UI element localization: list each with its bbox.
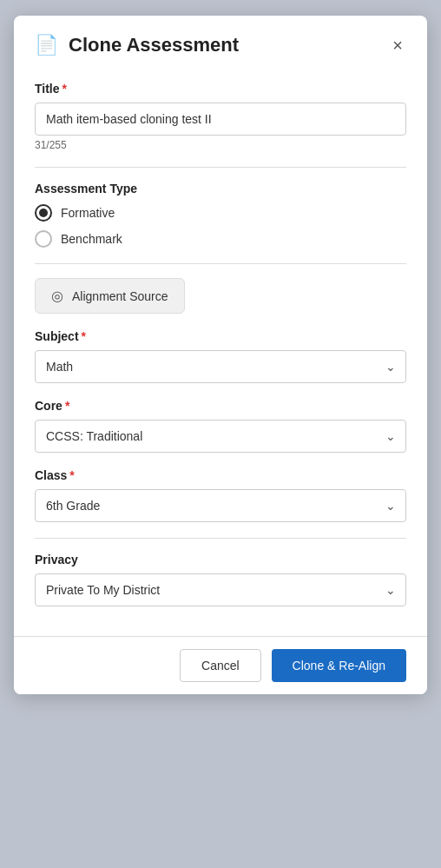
modal-body: Title * 31/255 Assessment Type Formative… (14, 75, 427, 636)
divider-1 (35, 167, 406, 168)
alignment-source-button[interactable]: ◎ Alignment Source (35, 278, 185, 314)
core-select[interactable]: CCSS: Traditional CCSS: Integrated Other (35, 420, 406, 453)
class-required-star: * (69, 468, 74, 482)
privacy-field-group: Privacy Private To My District Public Pr… (35, 553, 406, 606)
subject-label: Subject * (35, 329, 406, 343)
class-field-group: Class * 6th Grade 7th Grade 8th Grade ⌄ (35, 468, 406, 522)
privacy-select-wrapper: Private To My District Public Private ⌄ (35, 573, 406, 606)
divider-2 (35, 263, 406, 264)
radio-formative[interactable]: Formative (35, 204, 406, 222)
modal-footer: Cancel Clone & Re-Align (14, 636, 427, 694)
core-field-group: Core * CCSS: Traditional CCSS: Integrate… (35, 399, 406, 453)
class-select-wrapper: 6th Grade 7th Grade 8th Grade ⌄ (35, 489, 406, 522)
radio-formative-inner (39, 209, 48, 217)
privacy-label: Privacy (35, 553, 406, 567)
title-label: Title * (35, 82, 406, 96)
radio-group: Formative Benchmark (35, 204, 406, 248)
modal-header: 📄 Clone Assessment × (14, 16, 427, 75)
title-required-star: * (63, 82, 67, 96)
clone-realign-button[interactable]: Clone & Re-Align (272, 649, 406, 682)
title-input[interactable] (35, 103, 406, 136)
core-label: Core * (35, 399, 406, 413)
radio-formative-label: Formative (61, 206, 115, 220)
privacy-select[interactable]: Private To My District Public Private (35, 573, 406, 606)
class-label: Class * (35, 468, 406, 482)
radio-benchmark-label: Benchmark (61, 232, 122, 246)
close-button[interactable]: × (389, 33, 406, 57)
subject-select[interactable]: Math English Science Social Studies (35, 350, 406, 383)
alignment-source-label: Alignment Source (72, 289, 168, 303)
radio-benchmark-outer (35, 230, 52, 248)
radio-formative-outer (35, 204, 52, 222)
subject-select-wrapper: Math English Science Social Studies ⌄ (35, 350, 406, 383)
radio-benchmark[interactable]: Benchmark (35, 230, 406, 248)
clone-assessment-modal: 📄 Clone Assessment × Title * 31/255 Asse… (14, 16, 427, 694)
assessment-type-group: Assessment Type Formative Benchmark (35, 182, 406, 248)
class-select[interactable]: 6th Grade 7th Grade 8th Grade (35, 489, 406, 522)
core-required-star: * (65, 399, 69, 413)
modal-title: Clone Assessment (69, 34, 378, 56)
title-field-group: Title * 31/255 (35, 82, 406, 151)
cancel-button[interactable]: Cancel (180, 649, 261, 682)
assessment-type-label: Assessment Type (35, 182, 406, 195)
core-select-wrapper: CCSS: Traditional CCSS: Integrated Other… (35, 420, 406, 453)
target-icon: ◎ (51, 288, 63, 304)
subject-required-star: * (82, 329, 86, 343)
subject-field-group: Subject * Math English Science Social St… (35, 329, 406, 383)
divider-3 (35, 538, 406, 539)
char-count: 31/255 (35, 139, 406, 151)
document-icon: 📄 (35, 34, 58, 56)
